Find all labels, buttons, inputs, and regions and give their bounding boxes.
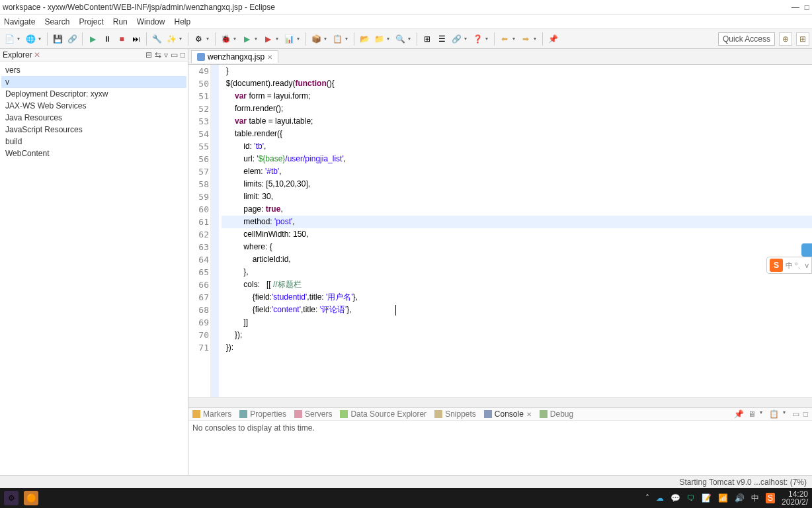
ime-logo-icon: S (770, 259, 783, 272)
ime-mode-text: 中 °、v (786, 261, 809, 271)
max-console-icon[interactable]: □ (803, 409, 808, 419)
run-ext-icon[interactable]: ▶ (261, 32, 274, 46)
open2-icon[interactable]: 📁 (372, 32, 386, 46)
explorer-close-icon[interactable]: ✕ (34, 50, 40, 60)
menu-run[interactable]: Run (113, 17, 128, 26)
tab-snippets[interactable]: Snippets (434, 409, 476, 419)
perspective-icon[interactable]: ⊞ (796, 32, 809, 46)
link-icon[interactable]: 🔗 (65, 32, 79, 46)
taskbar: ⚙ 🟠 ˄ ☁ 💬 🗨 📝 📶 🔊 中 S 14:20 2020/2/ (0, 488, 812, 508)
grid-icon[interactable]: ⊞ (421, 32, 434, 46)
save-icon[interactable]: 💾 (51, 32, 64, 46)
tree-item[interactable]: build (1, 136, 186, 148)
show-icon[interactable]: 🌐 (24, 32, 37, 46)
tab-label: wenzhangxq.jsp (208, 52, 264, 62)
tab-console[interactable]: Console ✕ (484, 409, 532, 419)
stop-icon[interactable]: ■ (115, 32, 128, 46)
wand-icon[interactable]: ✨ (165, 32, 178, 46)
window-controls: — □ (792, 3, 809, 12)
ime-float[interactable]: S 中 °、v (766, 257, 812, 274)
tray-sogou-icon[interactable]: S (766, 493, 775, 503)
pause-icon[interactable]: ⏸ (101, 32, 114, 46)
tray-cloud-icon[interactable]: ☁ (656, 493, 664, 503)
tree-item[interactable]: Java Resources (1, 112, 186, 124)
new-pkg-icon[interactable]: 📦 (309, 32, 323, 46)
menu-search[interactable]: Search (44, 17, 69, 26)
main-toolbar: 📄▾ 🌐▾ 💾 🔗 ▶ ⏸ ■ ⏭ 🔧 ✨▾ ⚙▾ 🐞▾ ▶▾ ▶▾ 📊▾ 📦▾… (0, 29, 812, 49)
tray-ime-icon[interactable]: 中 (751, 493, 759, 504)
title-bar: workspace - xyxw/WebContent/WEB-INF/jsp/… (0, 0, 812, 15)
tree-item-selected[interactable]: v (1, 76, 186, 88)
close-tab-icon[interactable]: ✕ (267, 54, 272, 61)
tray-chat-icon[interactable]: 💬 (670, 493, 680, 503)
tree-item[interactable]: JavaScript Resources (1, 124, 186, 136)
code-editor[interactable]: 4950515253545556575859606162636465666768… (188, 65, 812, 397)
new-cls-icon[interactable]: 📋 (331, 32, 344, 46)
maximize-view-icon[interactable]: □ (181, 50, 185, 60)
menu-project[interactable]: Project (79, 17, 103, 26)
min-console-icon[interactable]: ▭ (792, 409, 799, 419)
editor-tab[interactable]: wenzhangxq.jsp ✕ (191, 50, 278, 63)
collapse-icon[interactable]: ⊟ (145, 50, 152, 60)
tray-chevron-icon[interactable]: ˄ (645, 493, 649, 503)
maximize-button[interactable]: □ (805, 3, 809, 12)
horizontal-scrollbar[interactable] (188, 397, 812, 407)
status-bar: Starting Tomcat v9.0 ...calhost: (7%) (0, 475, 812, 488)
tree-item[interactable]: WebContent (1, 148, 186, 159)
fwd-icon[interactable]: ➡ (519, 32, 532, 46)
search2-icon[interactable]: 🔍 (393, 32, 407, 46)
view-menu-icon[interactable]: ▿ (164, 50, 168, 60)
status-text: Starting Tomcat v9.0 ...calhost: (7%) (679, 478, 807, 487)
tool-icon[interactable]: 🔧 (150, 32, 163, 46)
profile-icon[interactable]: 📊 (282, 32, 296, 46)
pin-console-icon[interactable]: 📌 (734, 409, 744, 419)
jsp-file-icon (197, 53, 205, 61)
skip-icon[interactable]: ⏭ (130, 32, 143, 46)
console-close-icon[interactable]: ✕ (526, 411, 532, 418)
menu-bar: Navigate Search Project Run Window Help (0, 15, 812, 29)
display-console-icon[interactable]: 🖥 (748, 409, 756, 419)
link2-icon[interactable]: 🔗 (450, 32, 463, 46)
debug-icon[interactable]: 🐞 (219, 32, 232, 46)
taskbar-app-2[interactable]: 🟠 (24, 491, 38, 505)
explorer-tree[interactable]: vers v Deployment Descriptor: xyxw JAX-W… (0, 62, 188, 162)
back-icon[interactable]: ⬅ (498, 32, 511, 46)
menu-window[interactable]: Window (137, 17, 165, 26)
run-icon[interactable]: ▶ (240, 32, 253, 46)
menu-navigate[interactable]: Navigate (4, 17, 35, 26)
pin-icon[interactable]: 📌 (546, 32, 559, 46)
tab-properties[interactable]: Properties (239, 409, 286, 419)
tree-item[interactable]: Deployment Descriptor: xyxw (1, 88, 186, 100)
editor-area: wenzhangxq.jsp ✕ 49505152535455565758596… (188, 49, 812, 493)
taskbar-app-1[interactable]: ⚙ (4, 491, 19, 505)
tab-markers[interactable]: Markers (192, 409, 231, 419)
side-tab[interactable] (801, 243, 812, 257)
link-editor-icon[interactable]: ⇆ (155, 50, 161, 60)
tab-debug[interactable]: Debug (540, 409, 573, 419)
new-icon[interactable]: 📄 (3, 32, 16, 46)
taskbar-clock[interactable]: 14:20 2020/2/ (782, 490, 808, 506)
menu-help[interactable]: Help (174, 17, 190, 26)
minimize-button[interactable]: — (792, 3, 799, 12)
tab-servers[interactable]: Servers (294, 409, 332, 419)
filter-icon[interactable]: ☰ (435, 32, 448, 46)
tray-volume-icon[interactable]: 🔊 (735, 493, 745, 503)
perspective-jee-icon[interactable]: ⊕ (779, 32, 792, 46)
tray-wechat-icon[interactable]: 🗨 (687, 493, 695, 503)
quick-access[interactable]: Quick Access (718, 32, 775, 46)
window-title: workspace - xyxw/WebContent/WEB-INF/jsp/… (3, 3, 275, 12)
tray-wifi-icon[interactable]: 📶 (718, 493, 728, 503)
tray-note-icon[interactable]: 📝 (702, 493, 711, 503)
tree-item[interactable]: JAX-WS Web Services (1, 100, 186, 112)
minimize-view-icon[interactable]: ▭ (171, 50, 178, 60)
tab-datasource[interactable]: Data Source Explorer (340, 409, 426, 419)
open-icon[interactable]: 📂 (358, 32, 371, 46)
explorer-title: Explorer (3, 50, 32, 60)
new-console-icon[interactable]: 📋 (769, 409, 779, 419)
project-explorer: Explorer ✕ ⊟ ⇆ ▿ ▭ □ vers v Deployment D… (0, 49, 188, 493)
play-icon[interactable]: ▶ (86, 32, 99, 46)
help-icon[interactable]: ❓ (471, 32, 484, 46)
server-icon[interactable]: ⚙ (192, 32, 205, 46)
tree-item[interactable]: vers (1, 64, 186, 76)
